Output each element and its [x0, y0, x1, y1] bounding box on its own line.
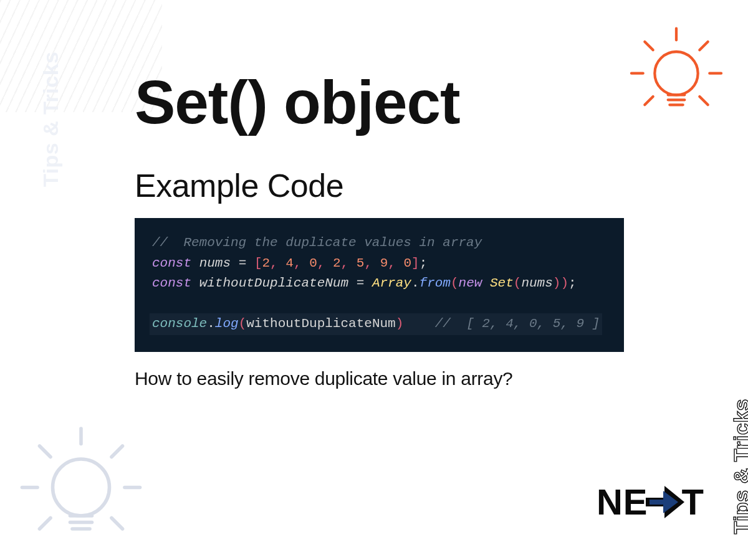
- arrow-icon: [646, 486, 684, 518]
- svg-rect-19: [650, 500, 664, 505]
- svg-line-14: [112, 446, 123, 457]
- brand-logo: NE T: [597, 481, 704, 523]
- code-type: Set: [490, 276, 514, 290]
- subtitle: Example Code: [135, 167, 627, 204]
- page-title: Set() object: [135, 72, 627, 133]
- question-text: How to easily remove duplicate value in …: [135, 368, 627, 389]
- logo-text: T: [682, 481, 704, 523]
- tips-badge-left: Tips & Tricks: [39, 51, 63, 187]
- code-ident: withoutDuplicateNum: [199, 276, 348, 290]
- svg-line-5: [645, 42, 653, 50]
- lightbulb-icon: [626, 22, 726, 121]
- code-method: from: [420, 276, 451, 290]
- code-ident: withoutDuplicateNum: [246, 316, 395, 331]
- logo-text: NE: [597, 481, 648, 523]
- code-method: log: [215, 316, 239, 331]
- svg-point-9: [53, 459, 110, 516]
- code-ident: nums: [199, 256, 231, 270]
- code-keyword: new: [459, 276, 482, 290]
- code-keyword: const: [152, 256, 191, 270]
- tips-badge-right: Tips & Tricks: [729, 399, 748, 534]
- svg-line-16: [112, 518, 123, 529]
- code-array-values: 2, 4, 0, 2, 5, 9, 0: [262, 256, 411, 270]
- code-block: // Removing the duplicate values in arra…: [135, 218, 624, 352]
- code-output-comment: // [ 2, 4, 0, 5, 9 ]: [435, 316, 600, 331]
- svg-line-6: [699, 42, 707, 50]
- code-type: Array: [372, 276, 411, 290]
- code-ident: nums: [521, 276, 552, 290]
- code-object: console: [152, 316, 207, 331]
- svg-line-15: [40, 518, 51, 529]
- svg-line-13: [40, 446, 51, 457]
- code-comment: // Removing the duplicate values in arra…: [152, 235, 482, 250]
- svg-point-0: [654, 52, 698, 95]
- svg-line-7: [645, 97, 653, 105]
- code-keyword: const: [152, 276, 191, 290]
- main-content: Set() object Example Code // Removing th…: [135, 72, 627, 389]
- lightbulb-icon: [16, 420, 146, 551]
- svg-line-8: [699, 97, 707, 105]
